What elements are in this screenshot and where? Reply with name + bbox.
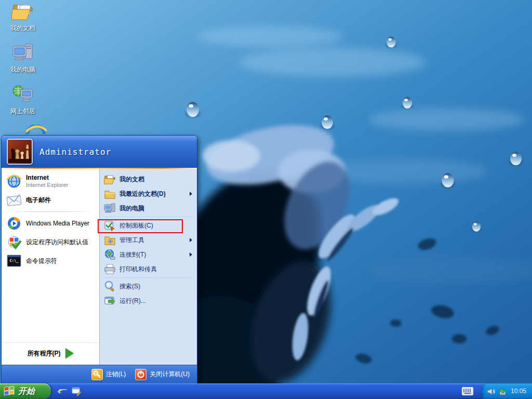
menu-item-title: 命令提示符 [26,257,57,265]
quick-launch-show-desktop[interactable] [72,387,81,396]
my-documents-icon [11,1,34,22]
start-menu-places-column: 我的文档 我最近的文档(D) [99,169,197,365]
menu-item-windows-media-player[interactable]: Windows Media Player [2,214,99,233]
all-programs-arrow-icon [65,348,74,358]
submenu-arrow-icon [190,238,192,242]
system-tray: 10:05 [482,383,532,399]
menu-item-internet[interactable]: Internet Internet Explorer [2,172,99,191]
menu-item-label: 管理工具 [119,236,144,245]
shutdown-label: 关闭计算机(U) [150,370,190,379]
desktop-icon-label: 我的电脑 [3,66,43,73]
user-avatar[interactable] [7,139,33,165]
connect-to-icon [104,249,116,261]
menu-item-admin-tools[interactable]: 管理工具 [100,233,197,247]
menu-separator [103,277,193,278]
all-programs-button[interactable]: 所有程序(P) [2,342,99,365]
logoff-label: 注销(L) [106,370,126,379]
menu-item-run[interactable]: 运行(R)... [100,294,197,308]
menu-separator [8,211,93,212]
user-name: Administrator [39,147,111,157]
submenu-arrow-icon [190,252,192,257]
command-prompt-icon [6,253,22,269]
program-access-icon [6,234,22,250]
start-menu-header: Administrator [2,136,197,168]
taskbar-clock[interactable]: 10:05 [511,388,526,395]
show-desktop-icon [72,387,81,396]
menu-item-control-panel[interactable]: 控制面板(C) [100,218,197,233]
menu-item-program-access-defaults[interactable]: 设定程序访问和默认值 [2,233,99,251]
desktop-icon-network-places[interactable]: 网上邻居 [3,84,43,115]
desktop-icon-my-computer[interactable]: 我的电脑 [3,43,43,73]
menu-item-title: 电子邮件 [26,196,51,204]
shutdown-button[interactable]: 关闭计算机(U) [135,369,190,380]
shutdown-power-icon [135,369,147,380]
submenu-arrow-icon [190,192,192,196]
recent-documents-icon [104,188,116,200]
start-button-label: 开始 [18,386,35,397]
volume-icon[interactable] [486,387,495,396]
menu-item-label: 打印机和传真 [119,265,157,274]
windows-logo-icon [4,386,15,397]
menu-item-my-computer[interactable]: 我的电脑 [100,201,197,216]
my-documents-icon [104,174,116,185]
run-icon [104,295,116,307]
my-computer-icon [104,203,116,215]
printer-icon [104,263,116,275]
logoff-button[interactable]: 注销(L) [91,369,126,380]
menu-item-connect-to[interactable]: 连接到(T) [100,247,197,262]
quick-launch-bar [58,387,81,396]
internet-explorer-icon [58,386,62,395]
menu-item-label: 我的电脑 [119,204,144,213]
desktop-icon-label: 我的文档 [3,25,43,32]
menu-separator [103,217,193,217]
start-menu: Administrator Internet Internet Explorer [1,135,197,383]
my-computer-icon [11,43,34,63]
menu-item-email[interactable]: 电子邮件 [2,191,99,209]
start-menu-footer: 注销(L) 关闭计算机(U) [2,365,197,383]
taskbar: 开始 [0,383,532,399]
desktop: 我的文档 我的电脑 网上邻居 [0,0,532,399]
internet-explorer-icon [6,174,22,189]
language-bar-keyboard-icon[interactable] [462,387,473,395]
safely-remove-hardware-icon[interactable] [498,387,507,396]
start-button[interactable]: 开始 [0,383,51,399]
desktop-icon-my-documents[interactable]: 我的文档 [3,1,43,32]
internet-explorer-desktop-icon-partial[interactable] [26,125,47,135]
media-player-icon [6,216,22,231]
menu-item-label: 我的文档 [119,175,144,184]
menu-item-label: 搜索(S) [119,282,140,291]
menu-item-command-prompt[interactable]: C:\_ 命令提示符 [2,251,99,270]
menu-item-label: 连接到(T) [119,250,146,259]
control-panel-icon [104,220,116,232]
menu-item-title: Windows Media Player [26,220,89,228]
email-icon [6,192,22,208]
menu-item-subtitle: Internet Explorer [26,182,68,189]
desktop-icon-label: 网上邻居 [3,108,43,115]
menu-item-my-documents[interactable]: 我的文档 [100,172,197,187]
menu-item-printers-faxes[interactable]: 打印机和传真 [100,262,197,276]
menu-item-label: 运行(R)... [119,297,146,305]
all-programs-label: 所有程序(P) [28,349,61,358]
admin-tools-icon [104,234,116,246]
start-menu-pinned-column: Internet Internet Explorer 电子邮件 [2,169,99,365]
network-places-icon [11,84,34,105]
menu-item-search[interactable]: 搜索(S) [100,279,197,294]
chess-avatar-image [8,140,32,164]
menu-item-title: Internet [26,174,68,182]
quick-launch-internet-explorer[interactable] [58,387,68,396]
menu-item-recent-documents[interactable]: 我最近的文档(D) [100,187,197,201]
menu-item-label: 控制面板(C) [119,221,153,230]
search-icon [104,281,116,292]
menu-item-label: 我最近的文档(D) [119,190,166,198]
logoff-key-icon [91,369,103,380]
menu-item-title: 设定程序访问和默认值 [26,238,88,246]
